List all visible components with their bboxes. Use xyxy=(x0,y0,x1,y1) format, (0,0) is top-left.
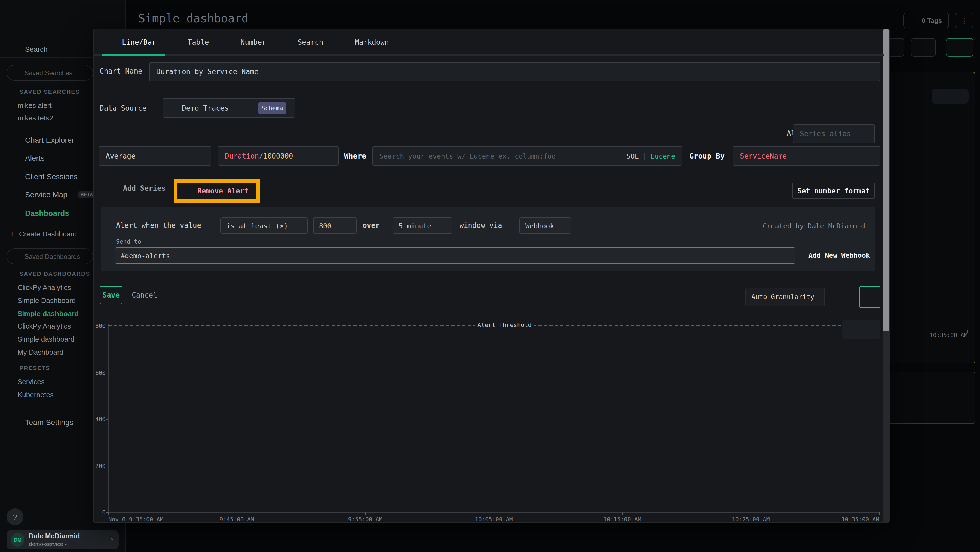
tab-search[interactable]: Search xyxy=(286,38,323,46)
data-source-label: Data Source xyxy=(100,104,146,112)
set-number-format-button[interactable]: Set number format xyxy=(792,183,875,199)
team-settings-label: Team Settings xyxy=(25,418,73,427)
run-query-button[interactable] xyxy=(859,286,880,308)
table-icon xyxy=(176,38,184,46)
bg-x-tick-label: 10:35:00 AM xyxy=(924,332,967,338)
add-series-button[interactable]: Add Series xyxy=(109,183,166,193)
bar-chart-icon[interactable] xyxy=(865,326,872,333)
bell-icon xyxy=(185,187,193,195)
y-tick xyxy=(106,512,108,513)
x-tick-label: 10:25:00 AM xyxy=(715,516,786,523)
field-input[interactable]: Duration/1000000 xyxy=(218,146,339,166)
edit-chart-modal: Line/Bar Table Number Search Markdown Ch… xyxy=(93,29,889,523)
where-search-input[interactable]: Search your events w/ Lucene ex. column:… xyxy=(372,146,682,166)
x-tick-label: 9:55:00 AM xyxy=(330,516,401,523)
x-tick xyxy=(751,512,751,515)
tab-number[interactable]: Number xyxy=(229,38,266,46)
background-mini-chart xyxy=(889,109,975,355)
y-tick-label: 600 xyxy=(94,369,106,376)
saved-dashboards-header[interactable]: SAVED DASHBOARDS xyxy=(10,270,90,277)
lucene-mode-toggle[interactable]: Lucene xyxy=(651,152,675,160)
y-tick-label: 800 xyxy=(94,322,106,329)
add-new-webhook-button[interactable]: Add New Webhook xyxy=(808,251,870,259)
schema-badge[interactable]: Schema xyxy=(258,102,286,114)
line-chart-icon[interactable] xyxy=(850,325,859,334)
data-source-select[interactable]: Demo Traces Schema xyxy=(163,98,295,118)
kebab-icon: ⋮ xyxy=(960,16,968,25)
user-subtitle: demo-service - xyxy=(29,541,67,547)
plus-circle-icon xyxy=(109,183,118,193)
window-via-label: window via xyxy=(460,221,502,230)
filter-button[interactable] xyxy=(911,38,936,57)
modal-scrollbar-track[interactable] xyxy=(883,29,889,523)
chevron-down-icon xyxy=(10,365,15,370)
topbar: HyperDX Simple dashboard 0 Tags ⋮ xyxy=(0,0,980,29)
create-dashboard-label: Create Dashboard xyxy=(19,230,77,238)
remove-alert-button[interactable]: Remove Alert xyxy=(185,187,248,195)
chart-name-input[interactable]: Duration by Service Name xyxy=(149,62,880,81)
line-chart-icon[interactable] xyxy=(940,92,948,100)
select-chevrons-icon xyxy=(299,221,304,230)
laptop-icon xyxy=(10,171,20,181)
tags-button-label: 0 Tags xyxy=(922,17,942,24)
more-menu-button[interactable]: ⋮ xyxy=(955,13,974,28)
modal-scrollbar-thumb[interactable] xyxy=(883,29,889,331)
gear-icon xyxy=(10,417,20,427)
sql-mode-toggle[interactable]: SQL xyxy=(626,152,639,160)
page-title[interactable]: Simple dashboard xyxy=(138,12,248,25)
grid2-icon xyxy=(10,208,20,218)
x-tick xyxy=(108,512,109,515)
granularity-select[interactable]: Auto Granularity xyxy=(745,288,825,306)
tab-line-bar[interactable]: Line/Bar xyxy=(110,38,156,46)
database-icon xyxy=(170,104,178,112)
alert-channel-select[interactable]: Webhook xyxy=(519,217,571,234)
y-tick xyxy=(106,326,108,326)
bg-chart-type-toggle[interactable] xyxy=(932,89,969,104)
tabs-baseline xyxy=(94,54,884,56)
webhook-select[interactable]: #demo-alerts xyxy=(115,247,795,264)
tab-table[interactable]: Table xyxy=(176,38,209,46)
dashboard-tile-partial[interactable] xyxy=(883,372,975,424)
save-button[interactable]: Save xyxy=(100,286,123,304)
y-tick xyxy=(106,466,108,466)
aggregation-select[interactable]: Average xyxy=(99,146,211,166)
bg-x-tick xyxy=(967,330,968,333)
x-tick-label: 10:05:00 AM xyxy=(458,516,529,523)
y-tick xyxy=(106,419,108,420)
saved-searches-placeholder: Saved Searches xyxy=(24,69,72,77)
user-card[interactable]: DM Dale McDiarmid demo-service - › xyxy=(6,530,119,549)
saved-dashboards-input[interactable]: Saved Dashboards xyxy=(6,249,93,264)
alert-threshold-input[interactable]: 800 xyxy=(313,217,356,234)
chart-type-tabs: Line/Bar Table Number Search Markdown xyxy=(110,29,389,54)
search-icon xyxy=(13,69,20,77)
chevron-down-icon xyxy=(10,89,15,94)
where-label: Where xyxy=(344,152,366,160)
tab-markdown[interactable]: Markdown xyxy=(343,38,389,46)
tags-button[interactable]: 0 Tags xyxy=(903,13,949,28)
x-tick-label: 9:45:00 AM xyxy=(202,516,272,523)
chart-type-toggle[interactable] xyxy=(842,320,880,339)
number-stepper[interactable] xyxy=(347,218,356,233)
alias-input[interactable]: Series alias xyxy=(793,124,875,143)
y-tick xyxy=(106,372,108,373)
bar-chart-icon[interactable] xyxy=(953,93,960,99)
annotation-highlight-box: Remove Alert xyxy=(174,179,260,203)
help-button[interactable]: ? xyxy=(6,508,24,525)
saved-searches-input[interactable]: Saved Searches xyxy=(6,65,93,81)
presets-header[interactable]: PRESETS xyxy=(10,365,50,371)
chart-line-icon xyxy=(10,135,20,145)
alert-window-select[interactable]: 5 minute xyxy=(393,217,452,234)
saved-dashboards-placeholder: Saved Dashboards xyxy=(24,252,80,260)
cancel-button[interactable]: Cancel xyxy=(132,286,158,304)
alert-condition-select[interactable]: is at least (≥) xyxy=(221,217,308,234)
filter-icon xyxy=(919,43,928,52)
chart-name-label: Chart Name xyxy=(100,67,142,75)
user-name: Dale McDiarmid xyxy=(29,532,80,540)
x-tick-label: 10:35:00 AM xyxy=(808,516,879,523)
background-run-button[interactable] xyxy=(946,38,974,57)
group-by-input[interactable]: ServiceName xyxy=(733,146,880,166)
x-tick xyxy=(494,512,494,515)
tile-resize-handle[interactable] xyxy=(964,354,969,360)
saved-searches-header[interactable]: SAVED SEARCHES xyxy=(10,88,80,95)
select-chevrons-icon xyxy=(444,221,449,230)
